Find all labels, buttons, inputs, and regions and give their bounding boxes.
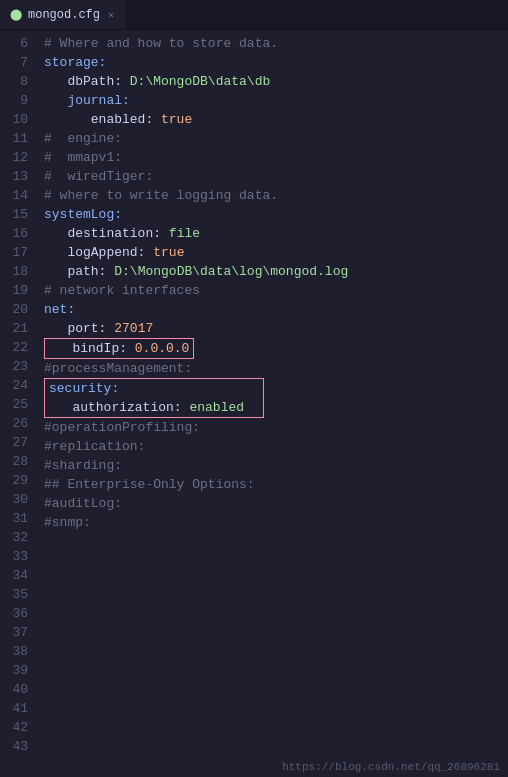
code-line: # Where and how to store data. xyxy=(44,34,508,53)
code-line: #auditLog: xyxy=(44,494,508,513)
code-line: dbPath: D:\MongoDB\data\db xyxy=(44,72,508,91)
line-number: 12 xyxy=(0,148,38,167)
code-line: # mmapv1: xyxy=(44,148,508,167)
line-number: 26 xyxy=(0,414,38,433)
code-line: ## Enterprise-Only Options: xyxy=(44,475,508,494)
line-number: 19 xyxy=(0,281,38,300)
line-number: 24 xyxy=(0,376,38,395)
line-number: 9 xyxy=(0,91,38,110)
code-line: net: xyxy=(44,300,508,319)
line-number: 41 xyxy=(0,699,38,718)
line-number: 33 xyxy=(0,547,38,566)
editor-container: 6789101112131415161718192021222324252627… xyxy=(0,30,508,777)
tab-dot-icon: ⬤ xyxy=(10,8,22,21)
line-number: 14 xyxy=(0,186,38,205)
code-line: # network interfaces xyxy=(44,281,508,300)
line-number: 32 xyxy=(0,528,38,547)
line-number: 36 xyxy=(0,604,38,623)
code-line: #processManagement: xyxy=(44,359,508,378)
line-number: 27 xyxy=(0,433,38,452)
line-number: 6 xyxy=(0,34,38,53)
tab-bar: ⬤ mongod.cfg ✕ xyxy=(0,0,508,30)
line-number: 18 xyxy=(0,262,38,281)
tab-filename: mongod.cfg xyxy=(28,8,100,22)
watermark: https://blog.csdn.net/qq_26896281 xyxy=(282,761,500,773)
line-numbers-column: 6789101112131415161718192021222324252627… xyxy=(0,30,38,777)
line-number: 28 xyxy=(0,452,38,471)
code-line: #replication: xyxy=(44,437,508,456)
code-line: # wiredTiger: xyxy=(44,167,508,186)
line-number: 40 xyxy=(0,680,38,699)
line-number: 22 xyxy=(0,338,38,357)
line-number: 31 xyxy=(0,509,38,528)
code-line: # where to write logging data. xyxy=(44,186,508,205)
code-line: authorization: enabled xyxy=(44,398,508,418)
code-line: port: 27017 xyxy=(44,319,508,338)
code-line: security: xyxy=(44,378,508,398)
line-number: 21 xyxy=(0,319,38,338)
line-number: 35 xyxy=(0,585,38,604)
code-line: #snmp: xyxy=(44,513,508,532)
line-number: 23 xyxy=(0,357,38,376)
code-line: logAppend: true xyxy=(44,243,508,262)
line-number: 39 xyxy=(0,661,38,680)
line-number: 11 xyxy=(0,129,38,148)
code-line: # engine: xyxy=(44,129,508,148)
code-line: bindIp: 0.0.0.0 xyxy=(44,338,508,359)
line-number: 42 xyxy=(0,718,38,737)
line-number: 16 xyxy=(0,224,38,243)
code-line: #operationProfiling: xyxy=(44,418,508,437)
line-number: 29 xyxy=(0,471,38,490)
code-area[interactable]: # Where and how to store data.storage: d… xyxy=(38,30,508,777)
code-line: storage: xyxy=(44,53,508,72)
code-line: destination: file xyxy=(44,224,508,243)
line-number: 30 xyxy=(0,490,38,509)
code-line: systemLog: xyxy=(44,205,508,224)
line-number: 38 xyxy=(0,642,38,661)
tab-close-button[interactable]: ✕ xyxy=(106,8,116,22)
line-number: 10 xyxy=(0,110,38,129)
line-number: 15 xyxy=(0,205,38,224)
tab-mongod-cfg[interactable]: ⬤ mongod.cfg ✕ xyxy=(0,0,127,29)
line-number: 37 xyxy=(0,623,38,642)
line-number: 43 xyxy=(0,737,38,756)
line-number: 8 xyxy=(0,72,38,91)
code-line: enabled: true xyxy=(44,110,508,129)
line-number: 7 xyxy=(0,53,38,72)
line-number: 34 xyxy=(0,566,38,585)
code-line: journal: xyxy=(44,91,508,110)
line-number: 25 xyxy=(0,395,38,414)
line-number: 17 xyxy=(0,243,38,262)
line-number: 13 xyxy=(0,167,38,186)
code-line: #sharding: xyxy=(44,456,508,475)
code-line: path: D:\MongoDB\data\log\mongod.log xyxy=(44,262,508,281)
line-number: 20 xyxy=(0,300,38,319)
